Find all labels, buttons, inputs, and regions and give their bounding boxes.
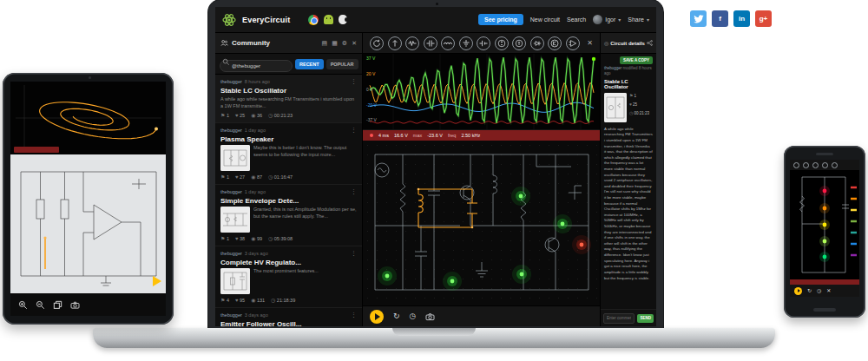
phone-circuit-canvas[interactable] <box>790 170 859 279</box>
component-toolbar: ✕ <box>363 33 600 54</box>
flag-icon: ⚑ <box>629 93 633 98</box>
twitter-icon[interactable] <box>690 10 707 27</box>
details-title: Circuit details <box>610 41 645 46</box>
chevron-down-icon: ▾ <box>618 16 621 23</box>
navbar-right: See pricing New circuit Search Igor ▾ Sh… <box>478 14 649 25</box>
close-icon[interactable]: ✕ <box>587 39 593 47</box>
post-stat-views: ◉99 <box>251 235 262 241</box>
search-link[interactable]: Search <box>567 16 586 23</box>
bookmark-icon[interactable] <box>655 40 656 46</box>
linkedin-icon[interactable]: in <box>733 10 750 27</box>
heart-icon: ♥ <box>629 102 632 107</box>
phone-screen: ↻ ◷ ✕ <box>790 160 859 297</box>
app-title: EveryCircuit <box>242 16 290 24</box>
tool-ground-icon[interactable] <box>459 36 473 50</box>
tool-capacitor-icon[interactable] <box>424 36 437 50</box>
post-stats: ⚑1 ♥25 ◉36 ◷00:21:23 <box>220 112 357 118</box>
play-icon[interactable] <box>153 276 161 286</box>
status-freq: 2.50 kHz <box>461 133 480 138</box>
tool-undo-icon[interactable] <box>370 36 384 50</box>
community-search-input[interactable] <box>220 60 293 72</box>
clock-icon[interactable]: ◷ <box>817 288 821 293</box>
grid-icon[interactable]: ▦ <box>332 40 338 47</box>
play-button[interactable] <box>794 287 802 295</box>
post-stat-flags: ⚑1 <box>220 235 229 241</box>
post-menu-icon[interactable]: ⋮ <box>351 127 357 134</box>
circuit-description: A while ago while researching FM Transmi… <box>601 124 656 309</box>
tool-wire-icon[interactable] <box>388 36 402 50</box>
gear-icon[interactable]: ⚙ <box>342 40 347 47</box>
post-menu-icon[interactable]: ⋮ <box>351 250 357 257</box>
scope-status-bar: 4 ms 16.6 V max -23.6 V freq 2.50 kHz <box>363 130 600 141</box>
tool-voltage-source-icon[interactable] <box>495 36 509 50</box>
laptop-screen: EveryCircuit See pricing New circuit Sea… <box>215 7 656 326</box>
share-icon[interactable] <box>647 40 653 46</box>
tool-diode-icon[interactable] <box>530 36 544 50</box>
rotate-icon[interactable]: ↻ <box>807 288 812 293</box>
post-item[interactable]: thebugger 8 hours ago ⋮ Stable LC Oscill… <box>215 75 362 123</box>
tool-icon[interactable] <box>812 162 819 168</box>
avatar <box>593 15 602 24</box>
post-item[interactable]: thebugger 3 days ago ⋮ Complete HV Regul… <box>215 246 362 308</box>
send-button[interactable]: SEND <box>637 314 654 323</box>
zoom-in-icon[interactable] <box>18 300 28 310</box>
tablet-oscilloscope[interactable] <box>10 82 166 154</box>
googleplus-icon[interactable]: g+ <box>755 10 772 27</box>
scope-plot <box>363 54 600 130</box>
post-stat-hearts: ♥25 <box>235 113 245 118</box>
clock-icon: ◷ <box>271 298 275 303</box>
post-stats: ⚑1 ♥27 ◉87 ◷01:16:47 <box>220 174 357 180</box>
see-pricing-button[interactable]: See pricing <box>478 14 523 25</box>
save-copy-button[interactable]: SAVE A COPY <box>620 56 653 64</box>
post-menu-icon[interactable]: ⋮ <box>351 312 357 318</box>
rotate-icon[interactable]: ↻ <box>393 312 400 320</box>
clock-icon: ◷ <box>629 110 633 115</box>
post-item[interactable]: thebugger 1 day ago ⋮ Plasma Speaker <box>215 123 362 185</box>
user-menu[interactable]: Igor ▾ <box>593 15 621 24</box>
everycircuit-logo-icon <box>222 13 236 27</box>
tool-battery-icon[interactable] <box>477 36 490 50</box>
camera-icon[interactable] <box>70 300 80 310</box>
record-dot-icon <box>370 134 373 137</box>
copy-icon[interactable] <box>53 300 62 310</box>
share-menu[interactable]: Share ▾ <box>628 16 649 23</box>
clock-icon[interactable]: ◷ <box>410 312 417 320</box>
zoom-out-icon[interactable] <box>36 300 45 310</box>
tool-opamp-icon[interactable] <box>566 36 580 50</box>
tablet-schematic[interactable] <box>10 154 166 293</box>
tool-current-source-icon[interactable] <box>512 36 526 50</box>
views-icon: ◉ <box>251 113 255 118</box>
post-stat-hearts: ♥38 <box>235 236 245 241</box>
layout-icon[interactable]: ▤ <box>322 40 328 47</box>
tool-icon[interactable] <box>832 162 838 168</box>
circuit-canvas[interactable] <box>363 141 600 305</box>
camera-icon[interactable] <box>425 312 435 321</box>
comment-input[interactable] <box>603 313 635 324</box>
tab-recent[interactable]: RECENT <box>295 59 324 69</box>
post-menu-icon[interactable]: ⋮ <box>351 188 357 195</box>
new-circuit-link[interactable]: New circuit <box>530 16 560 23</box>
community-search-row: RECENT POPULAR <box>215 54 362 75</box>
status-freq-label: freq <box>448 133 456 138</box>
post-item[interactable]: thebugger 3 days ago ⋮ Emitter Follower … <box>215 308 362 326</box>
clock-icon: ◷ <box>268 174 273 180</box>
play-button[interactable] <box>370 310 384 324</box>
oscilloscope[interactable]: 37 V 20 V 0 V -20 V -37 V <box>363 54 600 130</box>
post-title: Stable LC Oscillator <box>220 87 357 95</box>
tool-transistor-icon[interactable] <box>548 36 562 50</box>
tool-inductor-icon[interactable] <box>441 36 455 50</box>
tool-icon[interactable] <box>822 162 828 168</box>
tool-icon[interactable] <box>803 162 809 168</box>
post-menu-icon[interactable]: ⋮ <box>351 78 357 85</box>
close-icon[interactable]: ✕ <box>352 40 357 47</box>
heart-icon: ♥ <box>235 236 239 241</box>
tool-resistor-icon[interactable] <box>405 36 419 50</box>
views-icon: ◉ <box>251 298 255 303</box>
top-navbar: EveryCircuit See pricing New circuit Sea… <box>215 7 656 33</box>
facebook-icon[interactable]: f <box>712 10 728 27</box>
close-icon[interactable]: ✕ <box>826 288 831 293</box>
tab-popular[interactable]: POPULAR <box>326 59 358 69</box>
flag-icon: ⚑ <box>220 174 225 180</box>
post-item[interactable]: thebugger 1 day ago ⋮ Simple Envelope De… <box>215 185 362 246</box>
tool-icon[interactable] <box>793 162 799 168</box>
